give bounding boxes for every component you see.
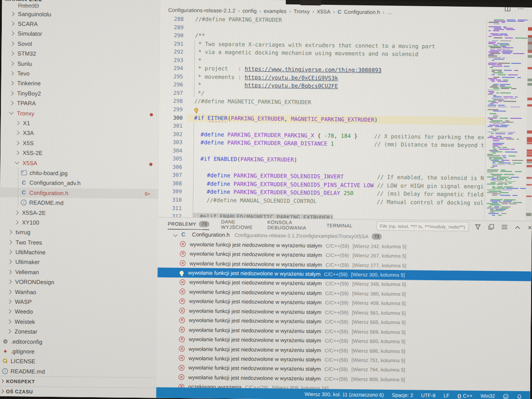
problems-panel: PROBLEMY73DANE WYJŚCIOWEKONSOLA DEBUGOWA…: [156, 217, 532, 391]
chevron-right-icon: [15, 141, 20, 145]
problems-count-badge: 9+: [145, 191, 151, 196]
panel-maximize-icon[interactable]: [515, 225, 520, 229]
breadcrumb-separator-icon: ›: [238, 8, 240, 14]
tab-konsola-debugowania[interactable]: KONSOLA DEBUGOWANIA: [267, 219, 315, 231]
chevron-right-icon: [8, 230, 12, 235]
tree-item-label: TinyBoy2: [17, 90, 41, 97]
problems-filter-input[interactable]: [377, 223, 468, 229]
panel-close-icon[interactable]: ×: [528, 225, 532, 230]
indent-guide: [195, 40, 195, 48]
chevron-right-icon: [8, 250, 12, 254]
tree-item-label: Velleman: [15, 269, 39, 276]
license-file-icon: [2, 359, 8, 364]
indent-guide: [193, 147, 194, 155]
platform-target[interactable]: Win32: [481, 393, 495, 399]
chevron-right-icon: [7, 319, 12, 324]
chevron-right-icon: [10, 22, 15, 26]
tab-count-badge: 73: [199, 221, 210, 227]
encoding-setting[interactable]: UTF-8: [421, 393, 436, 398]
lightbulb-icon: [180, 271, 184, 275]
breadcrumb-item[interactable]: Tronxy: [293, 8, 309, 15]
chevron-right-icon: [14, 220, 19, 225]
line-number: 307: [158, 171, 186, 180]
tab-terminal[interactable]: TERMINAL: [326, 219, 352, 231]
code-editor[interactable]: 288//#define PARKING_EXTRUDER289290/**29…: [158, 15, 532, 221]
chevron-right-icon: [8, 280, 12, 284]
language-mode[interactable]: {}C++: [458, 393, 473, 399]
tree-item-label: LICENSE: [11, 358, 35, 365]
chevron-right-icon: [9, 81, 14, 86]
tree-item-label: SCARA: [18, 20, 38, 27]
breadcrumb-item-file[interactable]: Configuration.h: [344, 9, 380, 16]
feedback-icon[interactable]: [503, 393, 509, 399]
indent-guide: [193, 130, 194, 139]
tree-item-label: X5SA: [23, 160, 37, 166]
breadcrumb-separator-icon: ›: [259, 8, 261, 14]
tree-item-label: Configuration_adv.h: [29, 180, 81, 187]
panel-bar-icons: ×: [475, 224, 532, 230]
notifications-bell-icon[interactable]: [516, 393, 522, 399]
tree-item-label: TPARA: [17, 100, 36, 106]
cursor-position[interactable]: Wiersz 300, kol. 11 (zaznaczono 6): [305, 391, 384, 398]
chevron-right-icon: [7, 289, 12, 294]
breadcrumb-separator-icon: ›: [312, 8, 314, 15]
tree-item-clipped[interactable]: Robo3D: [18, 2, 39, 9]
tree-item-label: Tronxy: [17, 110, 34, 117]
indent-guide: [194, 65, 195, 73]
chevron-right-icon: [8, 260, 12, 264]
indentation-setting[interactable]: Spacje: 2: [392, 392, 413, 398]
line-number: 310: [158, 196, 186, 204]
breadcrumb-item[interactable]: Configurations-release-2.1.2: [168, 7, 235, 14]
line-number: 292: [160, 48, 188, 56]
split-panel-icon[interactable]: [489, 224, 494, 230]
breadcrumb-separator-icon: ›: [333, 9, 335, 15]
chevron-right-icon: [0, 390, 4, 393]
indent-guide: [193, 163, 194, 172]
tab-dane-wyjściowe[interactable]: DANE WYJŚCIOWE: [221, 218, 256, 231]
minimap[interactable]: [485, 19, 528, 221]
chevron-right-icon: [7, 309, 12, 314]
image-file-icon: [21, 170, 27, 175]
error-icon: [179, 355, 184, 361]
tree-item-label: .editorconfig: [11, 338, 43, 345]
indent-guide: [194, 81, 195, 90]
filter-funnel-icon[interactable]: [475, 224, 481, 229]
breadcrumb-item-more[interactable]: …: [387, 9, 392, 16]
tab-problemy[interactable]: PROBLEMY73: [168, 218, 210, 230]
modified-dot-icon: [150, 113, 153, 116]
tree-item-label: Two Trees: [16, 239, 42, 246]
error-icon: [179, 336, 185, 342]
timeline-section-header[interactable]: OŚ CZASU: [0, 386, 156, 398]
screen-bezel-notch: [300, 0, 321, 5]
line-number: 300: [159, 113, 187, 122]
problems-filter-box: [376, 221, 469, 231]
breadcrumb-item[interactable]: config: [243, 8, 257, 14]
error-icon: [180, 298, 185, 304]
breadcrumb-item[interactable]: X5SA: [317, 8, 330, 15]
tree-item-label: .gitignore: [11, 348, 35, 355]
line-number: 288: [160, 15, 188, 23]
problems-list: wywołanie funkcji jest niedozwolone w wy…: [156, 239, 532, 391]
tree-item-label: chitu-board.jpg: [30, 169, 68, 176]
line-number: 305: [159, 155, 187, 163]
line-number: 311: [158, 204, 186, 212]
chevron-right-icon: [10, 61, 14, 66]
breadcrumb-item[interactable]: examples: [264, 8, 287, 15]
chevron-right-icon: [15, 131, 20, 135]
eol-setting[interactable]: LF: [443, 393, 450, 398]
indent-guide: [193, 172, 193, 180]
editor-scrollbar-thumb[interactable]: [528, 38, 532, 51]
c-file-icon: C: [20, 180, 27, 186]
tree-item-label: STM32: [17, 50, 36, 57]
tree-item-label: Wanhao: [15, 289, 36, 296]
line-number: 297: [159, 89, 187, 97]
lightbulb-icon[interactable]: [194, 108, 198, 112]
indent-guide: [193, 196, 193, 204]
tree-item-label: Tinkerine: [17, 80, 41, 87]
chevron-right-icon: [8, 240, 12, 244]
indent-guide: [193, 155, 194, 164]
panel-menu-icon[interactable]: [502, 225, 508, 230]
tree-item-label: README.md: [29, 200, 63, 207]
chevron-right-icon: [7, 300, 12, 304]
chevron-right-icon: [9, 91, 14, 95]
